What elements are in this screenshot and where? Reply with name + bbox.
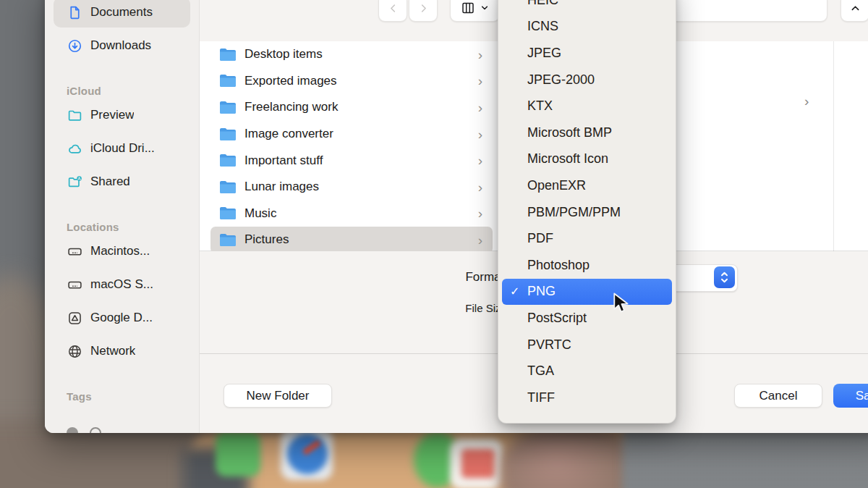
- folder-row[interactable]: Exported images ›: [210, 68, 493, 95]
- sidebar-item[interactable]: Documents: [54, 0, 190, 28]
- sidebar-section-header: Tags: [67, 388, 199, 405]
- sidebar-item[interactable]: macOS S...: [54, 269, 190, 300]
- folder-row[interactable]: Pictures ›: [210, 227, 493, 253]
- folder-row[interactable]: Freelancing work ›: [210, 94, 493, 121]
- format-menu-item-label: TGA: [527, 363, 554, 379]
- sidebar-item[interactable]: Downloads: [54, 30, 190, 61]
- chevron-right-icon: [418, 3, 429, 14]
- format-menu-item-label: Photoshop: [527, 258, 590, 273]
- format-menu-item[interactable]: JPEG-2000: [502, 67, 672, 93]
- chevron-right-icon: ›: [478, 101, 482, 114]
- folder-outline-icon: [67, 107, 82, 123]
- folder-shared-icon: [67, 174, 82, 190]
- screen: { "toolbar": { "back_icon": "chevron-lef…: [0, 0, 868, 488]
- back-button[interactable]: [378, 0, 407, 22]
- forward-button[interactable]: [409, 0, 438, 22]
- popup-chevrons-icon: [714, 266, 735, 288]
- format-menu-item[interactable]: ✓ PNG: [502, 279, 672, 306]
- sidebar-item[interactable]: Network: [54, 336, 190, 366]
- chevron-up-icon: [850, 3, 861, 14]
- folder-row[interactable]: Image converter ›: [210, 121, 493, 148]
- tag-color-dot-outline[interactable]: [90, 427, 101, 433]
- background-app-icon-green: [216, 432, 260, 476]
- format-menu-item-label: JPEG-2000: [527, 72, 595, 88]
- drive-icon: [67, 243, 82, 259]
- format-menu-item-label: ICNS: [527, 19, 558, 34]
- columns-icon: [461, 1, 475, 15]
- collapse-dialog-button[interactable]: [841, 0, 868, 22]
- folder-fill-icon: [219, 101, 237, 114]
- format-menu-item-label: PDF: [527, 231, 553, 246]
- format-menu-item[interactable]: Photoshop: [502, 252, 672, 279]
- new-folder-button[interactable]: New Folder: [224, 384, 332, 408]
- folder-list: Desktop items › Exported images › Freela…: [210, 41, 493, 253]
- cancel-button[interactable]: Cancel: [734, 384, 822, 408]
- format-menu-item-label: HEIC: [527, 0, 558, 8]
- document-icon: [67, 4, 82, 20]
- folder-name: Freelancing work: [244, 100, 338, 114]
- chevron-right-icon: ›: [478, 74, 482, 88]
- format-menu-item[interactable]: ICNS: [502, 14, 672, 41]
- format-menu-item[interactable]: PBM/PGM/PPM: [502, 199, 672, 226]
- column-divider: [833, 41, 834, 251]
- format-menu-item-label: PVRTC: [527, 337, 571, 353]
- folder-row[interactable]: Desktop items ›: [210, 41, 493, 68]
- format-menu-item[interactable]: PostScript: [502, 305, 672, 332]
- folder-name: Pictures: [244, 232, 289, 247]
- sidebar-item-label: Documents: [90, 5, 153, 20]
- format-menu-item[interactable]: KTX: [502, 93, 672, 119]
- save-button[interactable]: Save: [833, 384, 868, 408]
- next-column-chevron-icon: ›: [804, 93, 809, 109]
- format-menu-item-label: KTX: [527, 98, 553, 114]
- chevron-right-icon: ›: [478, 127, 482, 141]
- format-menu-item[interactable]: JPEG: [502, 40, 672, 67]
- sidebar: Documents Downloads iCloud: [45, 0, 200, 433]
- sidebar-item[interactable]: Preview: [54, 100, 190, 130]
- mouse-cursor: [612, 293, 632, 317]
- format-menu-item-label: Microsoft Icon: [527, 151, 608, 167]
- sidebar-item-label: Downloads: [90, 38, 151, 53]
- sidebar-item-label: Shared: [90, 174, 130, 189]
- sidebar-sections: Documents Downloads iCloud: [45, 0, 199, 405]
- tag-color-dot[interactable]: [67, 427, 78, 433]
- sidebar-section-header: Locations: [67, 219, 199, 236]
- sidebar-item-label: macOS S...: [90, 277, 153, 292]
- format-menu-item-label: Microsoft BMP: [527, 125, 612, 140]
- format-menu-item[interactable]: OpenEXR: [502, 172, 672, 199]
- sidebar-section: Documents Downloads: [45, 0, 199, 61]
- format-menu-item-label: TIFF: [527, 390, 555, 405]
- sidebar-item-label: iCloud Dri...: [90, 141, 155, 156]
- download-icon: [67, 38, 82, 54]
- format-menu-item[interactable]: HEIC: [502, 0, 672, 14]
- format-menu-item[interactable]: Microsoft BMP: [502, 119, 672, 146]
- format-menu-item-label: JPEG: [527, 46, 561, 61]
- folder-fill-icon: [219, 180, 237, 194]
- folder-fill-icon: [219, 206, 237, 220]
- cloud-icon: [67, 140, 82, 156]
- format-menu-item[interactable]: PVRTC: [502, 332, 672, 358]
- format-menu-item[interactable]: PDF: [502, 225, 672, 252]
- folder-row[interactable]: Music ›: [210, 201, 493, 227]
- folder-name: Lunar images: [244, 180, 319, 194]
- folder-name: Important stuff: [244, 153, 323, 168]
- sidebar-item[interactable]: Macintos...: [54, 236, 190, 266]
- folder-row[interactable]: Lunar images ›: [210, 174, 493, 201]
- chevron-right-icon: ›: [478, 180, 482, 194]
- sidebar-item[interactable]: iCloud Dri...: [54, 133, 190, 164]
- sidebar-section: Tags: [45, 388, 199, 405]
- format-menu-item[interactable]: TIFF: [502, 384, 672, 411]
- save-dialog: Documents Downloads iCloud: [45, 0, 868, 433]
- google-drive-icon: [67, 310, 82, 326]
- format-menu-item[interactable]: Microsoft Icon: [502, 146, 672, 173]
- sidebar-item[interactable]: Shared: [54, 167, 190, 197]
- format-menu-item[interactable]: TGA: [502, 358, 672, 384]
- folder-name: Music: [244, 206, 276, 221]
- background-app-icon-red: [461, 449, 495, 478]
- sidebar-item[interactable]: Google D...: [54, 303, 190, 333]
- folder-name: Desktop items: [244, 47, 323, 62]
- globe-icon: [67, 343, 82, 359]
- folder-fill-icon: [219, 74, 237, 88]
- format-menu-item-label: PostScript: [527, 311, 587, 326]
- folder-row[interactable]: Important stuff ›: [210, 147, 493, 174]
- column-view-button[interactable]: [450, 0, 500, 22]
